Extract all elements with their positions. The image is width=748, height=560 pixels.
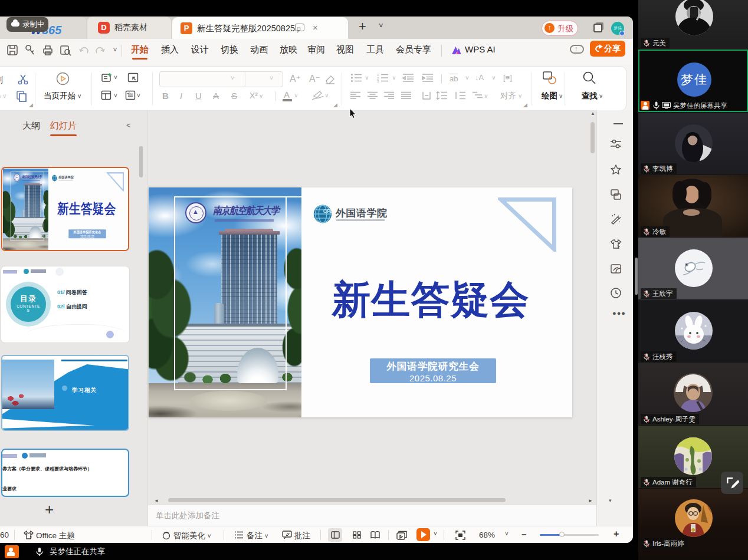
svg-text:3: 3 xyxy=(377,80,379,83)
svg-text:CFL: CFL xyxy=(323,208,332,214)
